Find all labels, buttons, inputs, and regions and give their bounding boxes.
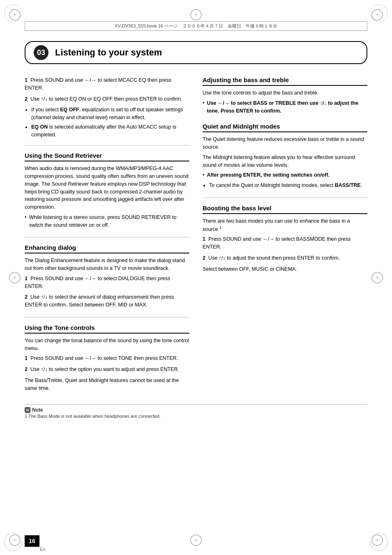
reg-mark-bmc (190, 534, 202, 546)
reg-mark-bl (9, 534, 21, 546)
mcacc-bullet2: EQ ON is selected automatically after th… (31, 123, 189, 139)
mcacc-bullets: If you select EQ OFF, equalization is se… (31, 106, 189, 138)
quiet-midnight-content: The Quiet listening feature reduces exce… (203, 136, 367, 189)
divider-1 (25, 145, 189, 145)
bass-boost-intro-text: There are two bass modes you can use to … (203, 218, 350, 232)
quiet-midnight-subbullet-list: To cancel the Quiet or Midnight listenin… (209, 182, 367, 189)
enhancing-dialog-body: The Dialog Enhancement feature is design… (25, 257, 189, 272)
bass-treble-section: Adjusting the bass and treble Use the to… (203, 76, 367, 115)
bass-boost-title: Boosting the bass level (203, 205, 367, 214)
quiet-midnight-section: Quiet and Midnight modes The Quiet liste… (203, 123, 367, 189)
tone-step2-text: Use ↑/↓ to select the option you want to… (30, 366, 179, 372)
reg-mark-br (371, 534, 383, 546)
bass-boost-content: There are two bass modes you can use to … (203, 217, 367, 273)
quiet-midnight-bullet-text: After pressing ENTER, the setting switch… (207, 172, 330, 178)
sound-retriever-body: When audio data is removed during the WM… (25, 165, 189, 211)
main-content: 03 Listening to your system 1 Press SOUN… (25, 41, 367, 522)
divider-right-1 (203, 198, 367, 198)
enhancing-dialog-section: Enhancing dialog The Dialog Enhancement … (25, 244, 189, 309)
quiet-midnight-body1: The Quiet listening feature reduces exce… (203, 136, 367, 151)
bass-treble-bullet: Use ←/→ to select BASS or TREBLE then us… (203, 99, 367, 115)
dialog-step1: 1 Press SOUND and use ←/→ to select DIAL… (25, 275, 189, 290)
note-icon: N (25, 407, 30, 413)
tone-step1: 1 Press SOUND and use ←/→ to select TONE… (25, 355, 189, 362)
mcacc-step1: 1 Press SOUND and use ←/→ to select MCAC… (25, 76, 189, 92)
dialog-step2-text: Use ↑/↓ to select the amount of dialog e… (25, 294, 174, 308)
enhancing-dialog-content: The Dialog Enhancement feature is design… (25, 257, 189, 309)
tone-controls-body: You can change the tonal balance of the … (25, 337, 189, 352)
sound-retriever-section: Using the Sound Retriever When audio dat… (25, 152, 189, 229)
bass-boost-intro: There are two bass modes you can use to … (203, 217, 367, 233)
bass-boost-step2-text: Use ↑/↓ to adjust the sound then press E… (208, 255, 340, 261)
content-columns: 1 Press SOUND and use ←/→ to select MCAC… (25, 76, 367, 400)
mcacc-eq-section: 1 Press SOUND and use ←/→ to select MCAC… (25, 76, 189, 138)
reg-mark-tl (9, 9, 21, 21)
reg-mark-ml (9, 272, 21, 283)
mcacc-step1-text: Press SOUND and use ←/→ to select MCACC … (25, 77, 171, 91)
tone-controls-section: Using the Tone controls You can change t… (25, 324, 189, 392)
enhancing-dialog-title: Enhancing dialog (25, 244, 189, 253)
bass-boost-step1: 1 Press SOUND and use ←/→ to select BASS… (203, 235, 367, 251)
dialog-step2: 2 Use ↑/↓ to select the amount of dialog… (25, 293, 189, 309)
bass-treble-bullet-text: Use ←/→ to select BASS or TREBLE then us… (207, 100, 358, 114)
bass-boost-section: Boosting the bass level There are two ba… (203, 205, 367, 273)
page-number: 16 (25, 535, 39, 547)
dialog-step1-text: Press SOUND and use ←/→ to select DIALOG… (25, 276, 170, 289)
mcacc-step2: 2 Use ↑/↓ to select EQ ON or EQ OFF then… (25, 95, 189, 103)
sound-retriever-content: When audio data is removed during the WM… (25, 165, 189, 229)
chapter-number: 03 (34, 45, 48, 60)
chapter-title: Listening to your system (55, 47, 162, 58)
quiet-midnight-body2: The Midnight listening feature allows yo… (203, 154, 367, 169)
sound-retriever-title: Using the Sound Retriever (25, 152, 189, 161)
tone-controls-content: You can change the tonal balance of the … (25, 337, 189, 392)
note-label: N Note (25, 407, 367, 413)
tone-step2: 2 Use ↑/↓ to select the option you want … (25, 366, 189, 373)
note-section: N Note 1 The Bass Mode is not available … (25, 404, 367, 419)
reg-mark-mr (371, 272, 383, 283)
file-info-text: XV-DV353_555.book 16 ページ ２００６年４月７日 金曜日 午… (115, 23, 277, 29)
quiet-midnight-bullet: After pressing ENTER, the setting switch… (203, 171, 367, 179)
bass-treble-body: Use the tone controls to adjust the bass… (203, 89, 367, 97)
sound-retriever-bullet: While listening to a stereo source, pres… (25, 214, 189, 229)
reg-mark-tr (371, 9, 383, 21)
chapter-header: 03 Listening to your system (25, 41, 367, 64)
left-column: 1 Press SOUND and use ←/→ to select MCAC… (25, 76, 189, 400)
bass-boost-step2-note: Select between OFF, MUSIC or CINEMA. (203, 265, 367, 273)
mcacc-bullet1: If you select EQ OFF, equalization is se… (31, 106, 189, 122)
file-info-bar: XV-DV353_555.book 16 ページ ２００６年４月７日 金曜日 午… (25, 21, 367, 31)
bass-boost-step1-text: Press SOUND and use ←/→ to select BASSMO… (203, 236, 351, 250)
quiet-midnight-title: Quiet and Midnight modes (203, 123, 367, 132)
bass-treble-content: Use the tone controls to adjust the bass… (203, 89, 367, 115)
divider-2 (25, 237, 189, 237)
bass-boost-step2: 2 Use ↑/↓ to adjust the sound then press… (203, 254, 367, 262)
mcacc-step2-text: Use ↑/↓ to select EQ ON or EQ OFF then p… (30, 96, 182, 102)
sound-retriever-bullet-text: While listening to a stereo source, pres… (29, 214, 189, 229)
tone-step1-text: Press SOUND and use ←/→ to select TONE t… (30, 355, 178, 361)
note-text: 1 The Bass Mode is not available when he… (25, 414, 367, 419)
right-column: Adjusting the bass and treble Use the to… (203, 76, 367, 400)
note-label-text: Note (32, 407, 43, 413)
quiet-midnight-subbullet: To cancel the Quiet or Midnight listenin… (209, 182, 367, 189)
tone-note: The Bass/Treble, Quiet and Midnight feat… (25, 377, 189, 392)
divider-3 (25, 317, 189, 318)
reg-mark-tmc (190, 9, 202, 21)
page-lang: En (40, 547, 45, 552)
tone-controls-title: Using the Tone controls (25, 324, 189, 334)
bass-boost-footnote-ref: 1 (219, 226, 221, 230)
bass-treble-title: Adjusting the bass and treble (203, 76, 367, 86)
